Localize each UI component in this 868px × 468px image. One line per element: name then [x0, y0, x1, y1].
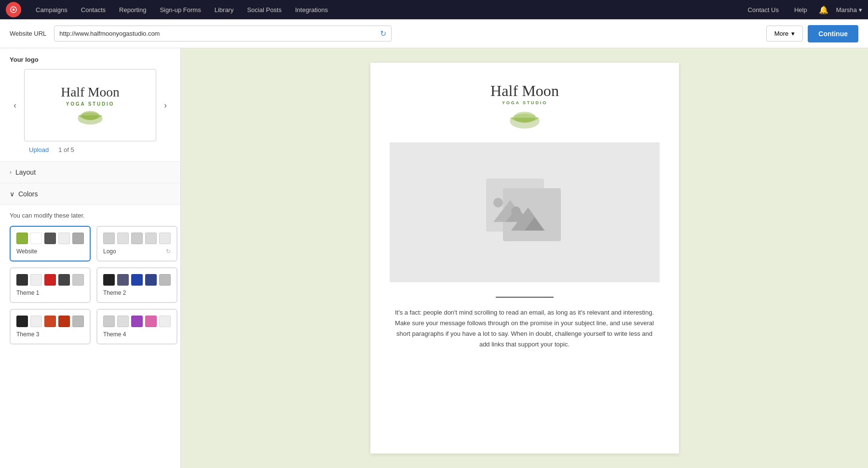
swatch-logo-4: [159, 233, 171, 244]
url-input[interactable]: [59, 30, 377, 37]
theme-refresh-logo[interactable]: ↻: [166, 248, 171, 255]
theme-name-theme4: Theme 4: [103, 331, 126, 338]
main-layout: Your logo ‹ Half Moon YOGA STUDIO ›: [0, 48, 868, 468]
swatch-theme2-4: [159, 274, 171, 286]
colors-section-toggle[interactable]: ∨ Colors: [0, 183, 180, 205]
svg-text:Half Moon: Half Moon: [61, 84, 120, 99]
logo-image-box: Half Moon YOGA STUDIO: [24, 69, 156, 141]
email-body-text: It's a fact: people don't mind scrolling…: [370, 307, 679, 364]
svg-point-9: [514, 111, 535, 122]
logo-svg: Half Moon YOGA STUDIO: [37, 76, 143, 134]
swatch-website-2: [44, 233, 56, 244]
svg-text:YOGA STUDIO: YOGA STUDIO: [66, 101, 114, 107]
more-button[interactable]: More ▾: [766, 26, 803, 41]
swatch-theme2-1: [117, 274, 129, 286]
logo-display-wrap: ‹ Half Moon YOGA STUDIO ›: [10, 69, 171, 141]
svg-text:Half Moon: Half Moon: [490, 82, 558, 99]
svg-point-14: [493, 198, 503, 207]
nav-right: Contact Us Help 🔔 Marsha ▾: [744, 0, 862, 19]
svg-text:YOGA STUDIO: YOGA STUDIO: [502, 100, 547, 105]
theme-card-theme1[interactable]: Theme 1: [10, 267, 91, 303]
nav-reporting[interactable]: Reporting: [112, 0, 153, 19]
nav-signup-forms[interactable]: Sign-up Forms: [153, 0, 207, 19]
colors-hint: You can modify these later.: [10, 212, 171, 219]
theme-name-logo: Logo: [103, 248, 116, 255]
theme-name-theme3: Theme 3: [16, 331, 39, 338]
svg-point-1: [13, 9, 15, 11]
swatch-logo-1: [117, 233, 129, 244]
bell-icon[interactable]: 🔔: [819, 5, 828, 14]
themes-grid: WebsiteLogo↻Theme 1Theme 2Theme 3Theme 4: [10, 226, 171, 344]
swatch-theme3-1: [30, 316, 42, 327]
nav-contacts[interactable]: Contacts: [74, 0, 112, 19]
swatch-theme4-4: [159, 316, 171, 327]
swatch-logo-2: [131, 233, 143, 244]
layout-chevron-icon: ›: [10, 169, 12, 176]
swatch-website-3: [58, 233, 70, 244]
continue-button[interactable]: Continue: [808, 25, 858, 42]
preview-area: Half Moon YOGA STUDIO: [181, 48, 868, 468]
nav-help[interactable]: Help: [790, 0, 811, 19]
email-divider: [496, 297, 554, 298]
image-placeholder: [390, 142, 660, 282]
svg-point-17: [511, 206, 521, 216]
user-name: Marsha: [836, 6, 857, 14]
app-logo-icon[interactable]: [6, 2, 21, 17]
swatch-theme3-3: [58, 316, 70, 327]
logo-next-button[interactable]: ›: [160, 98, 171, 112]
swatch-theme1-3: [58, 274, 70, 286]
colors-body: You can modify these later. WebsiteLogo↻…: [0, 205, 180, 351]
user-chevron: ▾: [859, 6, 862, 14]
theme-swatches-website: [16, 233, 84, 244]
nav-integrations[interactable]: Integrations: [288, 0, 335, 19]
logo-section: Your logo ‹ Half Moon YOGA STUDIO ›: [0, 48, 180, 162]
theme-card-theme2[interactable]: Theme 2: [96, 267, 177, 303]
theme-card-theme4[interactable]: Theme 4: [96, 309, 177, 344]
swatch-logo-0: [103, 233, 115, 244]
nav-library[interactable]: Library: [208, 0, 241, 19]
colors-section: ∨ Colors You can modify these later. Web…: [0, 183, 180, 351]
swatch-theme2-2: [131, 274, 143, 286]
theme-name-theme1: Theme 1: [16, 289, 39, 296]
theme-swatches-theme3: [16, 316, 84, 327]
swatch-theme4-2: [131, 316, 143, 327]
swatch-theme4-3: [145, 316, 157, 327]
swatch-theme4-1: [117, 316, 129, 327]
swatch-theme3-2: [44, 316, 56, 327]
nav-campaigns[interactable]: Campaigns: [29, 0, 74, 19]
layout-section-toggle[interactable]: › Layout: [0, 162, 180, 183]
email-header: Half Moon YOGA STUDIO: [370, 63, 679, 142]
swatch-logo-3: [145, 233, 157, 244]
image-placeholder-icon: [476, 169, 573, 256]
navbar: Campaigns Contacts Reporting Sign-up For…: [0, 0, 868, 19]
theme-swatches-logo: [103, 233, 171, 244]
layout-section-label: Layout: [15, 168, 36, 176]
theme-name-theme2: Theme 2: [103, 289, 126, 296]
theme-name-website: Website: [16, 248, 37, 255]
swatch-theme1-4: [72, 274, 84, 286]
nav-social-posts[interactable]: Social Posts: [240, 0, 288, 19]
refresh-icon[interactable]: ↻: [380, 29, 386, 38]
url-actions: More ▾ Continue: [766, 25, 858, 42]
user-menu[interactable]: Marsha ▾: [836, 6, 862, 14]
theme-card-theme3[interactable]: Theme 3: [10, 309, 91, 344]
logo-prev-button[interactable]: ‹: [10, 98, 20, 112]
swatch-theme1-0: [16, 274, 28, 286]
theme-card-logo[interactable]: Logo↻: [96, 226, 177, 262]
nav-contact-us[interactable]: Contact Us: [744, 0, 783, 19]
more-chevron: ▾: [791, 30, 795, 37]
theme-card-website[interactable]: Website: [10, 226, 91, 262]
email-preview: Half Moon YOGA STUDIO: [370, 63, 679, 454]
colors-section-label: Colors: [18, 190, 38, 198]
sidebar: Your logo ‹ Half Moon YOGA STUDIO ›: [0, 48, 181, 468]
theme-swatches-theme2: [103, 274, 171, 286]
theme-swatches-theme4: [103, 316, 171, 327]
swatch-website-1: [30, 233, 42, 244]
nav-links: Campaigns Contacts Reporting Sign-up For…: [29, 0, 744, 19]
swatch-website-0: [16, 233, 28, 244]
swatch-website-4: [72, 233, 84, 244]
swatch-theme4-0: [103, 316, 115, 327]
url-label: Website URL: [10, 30, 46, 37]
swatch-theme1-2: [44, 274, 56, 286]
logo-upload-link[interactable]: Upload: [29, 146, 49, 153]
